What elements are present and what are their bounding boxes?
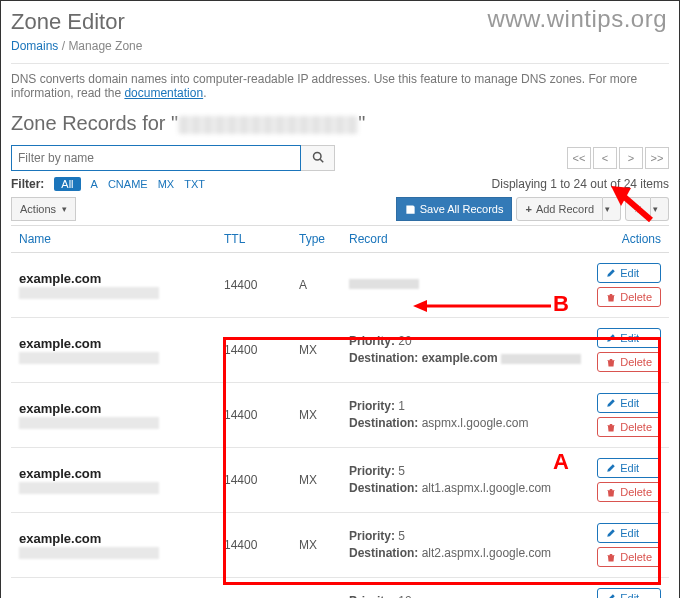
pencil-icon (606, 463, 616, 473)
redacted (19, 352, 159, 364)
annotation-label-b: B (553, 291, 569, 317)
col-actions: Actions (589, 226, 669, 253)
pencil-icon (606, 528, 616, 538)
pencil-icon (606, 268, 616, 278)
cell-ttl: 14400 (216, 383, 291, 448)
chevron-down-icon: ▾ (62, 204, 67, 214)
cell-actions: EditDelete (589, 253, 669, 318)
cell-ttl: 14400 (216, 448, 291, 513)
cell-ttl: 14400 (216, 318, 291, 383)
table-row: example.com 14400MXPriority: 1Destinatio… (11, 383, 669, 448)
edit-button[interactable]: Edit (597, 263, 661, 283)
search-icon (312, 151, 324, 163)
pencil-icon (606, 593, 616, 598)
svg-point-0 (313, 152, 321, 160)
cell-actions: EditDelete (589, 383, 669, 448)
trash-icon (606, 422, 616, 432)
cell-type: MX (291, 448, 341, 513)
record-name: example.com (19, 271, 101, 286)
edit-button[interactable]: Edit (597, 588, 661, 598)
cell-actions: EditDelete (589, 513, 669, 578)
trash-icon (606, 292, 616, 302)
filter-mx[interactable]: MX (158, 178, 175, 190)
redacted (349, 279, 419, 289)
edit-button[interactable]: Edit (597, 328, 661, 348)
cell-ttl: 14400 (216, 578, 291, 599)
col-ttl[interactable]: TTL (216, 226, 291, 253)
redacted-domain (178, 116, 358, 134)
zone-records-header: Zone Records for "" (11, 112, 669, 135)
actions-dropdown[interactable]: Actions▾ (11, 197, 76, 221)
cell-type: MX (291, 513, 341, 578)
table-row: example.com 14400MXPriority: 20Destinati… (11, 318, 669, 383)
filter-cname[interactable]: CNAME (108, 178, 148, 190)
cell-actions: EditDelete (589, 448, 669, 513)
table-row: example.com 14400MXPriority: 5Destinatio… (11, 513, 669, 578)
record-name: example.com (19, 466, 101, 481)
cell-name: example.com (11, 318, 216, 383)
filter-label: Filter: (11, 177, 44, 191)
filter-txt[interactable]: TXT (184, 178, 205, 190)
watermark: www.wintips.org (487, 5, 667, 33)
pager-next[interactable]: > (619, 147, 643, 169)
add-record-button[interactable]: + Add Record (516, 197, 603, 221)
pager-first[interactable]: << (567, 147, 591, 169)
delete-button[interactable]: Delete (597, 352, 661, 372)
filter-all[interactable]: All (54, 177, 80, 191)
cell-type: MX (291, 383, 341, 448)
redacted (19, 417, 159, 429)
delete-button[interactable]: Delete (597, 287, 661, 307)
annotation-arrow-add (607, 184, 655, 224)
cell-actions: EditDelete (589, 578, 669, 599)
redacted (501, 354, 581, 364)
delete-button[interactable]: Delete (597, 482, 661, 502)
save-all-records-button[interactable]: Save All Records (396, 197, 513, 221)
cell-type: MX (291, 578, 341, 599)
redacted (19, 547, 159, 559)
col-record[interactable]: Record (341, 226, 589, 253)
cell-name: example.com (11, 448, 216, 513)
redacted (19, 287, 159, 299)
svg-marker-4 (413, 300, 427, 312)
filter-a[interactable]: A (91, 178, 98, 190)
records-table: Name TTL Type Record Actions example.com… (11, 225, 669, 598)
breadcrumb-current: Manage Zone (68, 39, 142, 53)
search-input[interactable] (11, 145, 301, 171)
cell-record: Priority: 10Destination: aspmx2.googlema… (341, 578, 589, 599)
edit-button[interactable]: Edit (597, 458, 661, 478)
redacted (19, 482, 159, 494)
cell-ttl: 14400 (216, 513, 291, 578)
delete-button[interactable]: Delete (597, 417, 661, 437)
table-row: example.com 14400MXPriority: 10Destinati… (11, 578, 669, 599)
table-row: example.com 14400AEditDelete (11, 253, 669, 318)
breadcrumb: Domains / Manage Zone (11, 39, 669, 53)
page-description: DNS converts domain names into computer-… (11, 63, 669, 100)
cell-record: Priority: 5Destination: alt1.aspmx.l.goo… (341, 448, 589, 513)
pager: << < > >> (567, 147, 669, 169)
cell-actions: EditDelete (589, 318, 669, 383)
record-name: example.com (19, 401, 101, 416)
table-row: example.com 14400MXPriority: 5Destinatio… (11, 448, 669, 513)
svg-line-1 (320, 159, 323, 162)
pencil-icon (606, 398, 616, 408)
cell-record: Priority: 5Destination: alt2.aspmx.l.goo… (341, 513, 589, 578)
col-type[interactable]: Type (291, 226, 341, 253)
documentation-link[interactable]: documentation (124, 86, 203, 100)
pager-prev[interactable]: < (593, 147, 617, 169)
pager-last[interactable]: >> (645, 147, 669, 169)
cell-ttl: 14400 (216, 253, 291, 318)
cell-name: example.com (11, 253, 216, 318)
trash-icon (606, 552, 616, 562)
cell-name: example.com (11, 383, 216, 448)
edit-button[interactable]: Edit (597, 393, 661, 413)
record-name: example.com (19, 531, 101, 546)
breadcrumb-root[interactable]: Domains (11, 39, 58, 53)
col-name[interactable]: Name (11, 226, 216, 253)
search-button[interactable] (301, 145, 335, 171)
cell-record: Priority: 20Destination: example.com (341, 318, 589, 383)
edit-button[interactable]: Edit (597, 523, 661, 543)
cell-type: MX (291, 318, 341, 383)
delete-button[interactable]: Delete (597, 547, 661, 567)
pencil-icon (606, 333, 616, 343)
annotation-label-a: A (553, 449, 569, 475)
